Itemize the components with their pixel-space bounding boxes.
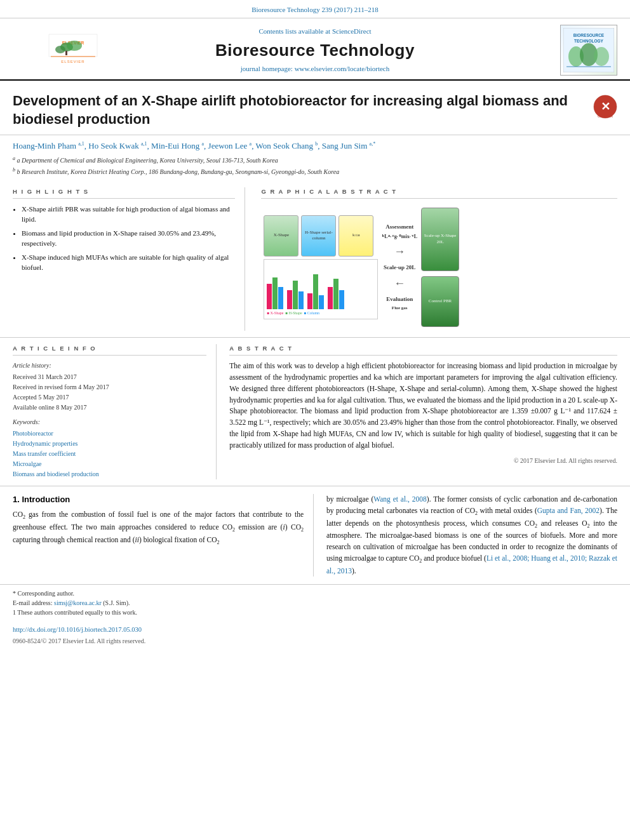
equal-contribution-note: 1 These authors contributed equally to t… — [13, 608, 617, 617]
highlight-item-3: X-Shape induced high MUFAs which are sui… — [22, 252, 235, 273]
highlights-graphical-section: H I G H L I G H T S X-Shape airlift PBR … — [0, 181, 630, 338]
highlights-label: H I G H L I G H T S — [13, 187, 235, 199]
received-date: Received 31 March 2017 — [13, 373, 77, 380]
keywords-label: Keywords: — [13, 418, 206, 427]
affiliation-b: b b Research Institute, Korea District H… — [13, 166, 617, 177]
journal-title: Bioresource Technology — [133, 39, 496, 62]
article-history: Article history: Received 31 March 2017 … — [13, 361, 206, 413]
introduction-left-text: CO2 gas from the combustion of fossil fu… — [13, 509, 304, 547]
article-info-abstract-section: A R T I C L E I N F O Article history: R… — [0, 338, 630, 486]
highlight-item-1: X-Shape airlift PBR was suitable for hig… — [22, 204, 235, 225]
revised-date: Received in revised form 4 May 2017 — [13, 383, 109, 390]
svg-point-13 — [594, 47, 609, 66]
journal-logo-box: BIORESOURCE TECHNOLOGY — [560, 25, 617, 76]
svg-text:CrossMark: CrossMark — [598, 114, 613, 118]
graphical-abstract-column: G R A P H I C A L A B S T R A C T X-Shap… — [258, 187, 617, 331]
svg-text:ELSEVIER: ELSEVIER — [62, 60, 85, 63]
keyword-2: Hydrodynamic properties — [13, 439, 206, 449]
article-title-section: Development of an X-Shape airlift photob… — [0, 81, 630, 135]
homepage-url[interactable]: www.elsevier.com/locate/biortech — [295, 65, 390, 72]
abstract-label: A B S T R A C T — [229, 344, 617, 356]
main-body: 1. Introduction CO2 gas from the combust… — [0, 486, 630, 584]
highlights-list: X-Shape airlift PBR was suitable for hig… — [13, 204, 235, 273]
abstract-text: The aim of this work was to develop a hi… — [229, 361, 617, 451]
introduction-heading: 1. Introduction — [13, 494, 304, 505]
available-date: Available online 8 May 2017 — [13, 404, 86, 411]
keyword-5: Biomass and biodiesel production — [13, 469, 206, 479]
svg-text:TECHNOLOGY: TECHNOLOGY — [574, 39, 604, 43]
corresponding-author-note: * Corresponding author. — [13, 589, 617, 598]
ref-wang-2008[interactable]: Wang et al., 2008 — [373, 495, 427, 503]
highlight-item-2: Biomass and lipid production in X-Shape … — [22, 228, 235, 249]
svg-text:✕: ✕ — [601, 100, 610, 113]
email-link[interactable]: simsj@korea.ac.kr — [54, 599, 102, 606]
svg-rect-14 — [566, 66, 611, 67]
article-info-column: A R T I C L E I N F O Article history: R… — [13, 344, 217, 479]
elsevier-logo-icon: ELSEVIER ELSEVIER — [48, 33, 98, 68]
email-note: E-mail address: simsj@korea.ac.kr (S.J. … — [13, 598, 617, 608]
footnotes-section: * Corresponding author. E-mail address: … — [0, 584, 630, 621]
bioresource-logo-icon: BIORESOURCE TECHNOLOGY — [563, 28, 614, 72]
ref-li-2008[interactable]: Li et al., 2008; Huang et al., 2010; Raz… — [326, 554, 617, 575]
homepage-label: journal homepage: — [241, 65, 293, 72]
doi-link[interactable]: http://dx.doi.org/10.1016/j.biortech.201… — [13, 626, 142, 633]
svg-rect-5 — [65, 51, 67, 55]
journal-header: ELSEVIER ELSEVIER Contents lists availab… — [0, 18, 630, 81]
elsevier-logo-section: ELSEVIER ELSEVIER — [13, 33, 133, 68]
copyright-line: © 2017 Elsevier Ltd. All rights reserved… — [229, 457, 617, 465]
introduction-right-text: by microalgae (Wang et al., 2008). The f… — [326, 494, 617, 577]
highlights-column: H I G H L I G H T S X-Shape airlift PBR … — [13, 187, 245, 331]
authors-section: Hoang-Minh Pham a,1, Ho Seok Kwak a,1, M… — [0, 135, 630, 180]
contents-label: Contents lists available at — [258, 27, 330, 35]
author-hoang: Hoang-Minh Pham — [13, 142, 78, 151]
keyword-3: Mass transfer coefficient — [13, 449, 206, 459]
svg-point-4 — [67, 41, 82, 51]
ref-gupta-fan[interactable]: Gupta and Fan, 2002 — [537, 507, 600, 514]
keyword-4: Microalgae — [13, 459, 206, 469]
affiliation-a: a a Department of Chemical and Biologica… — [13, 155, 617, 165]
svg-text:BIORESOURCE: BIORESOURCE — [573, 33, 605, 37]
graphical-abstract-label: G R A P H I C A L A B S T R A C T — [261, 187, 617, 199]
contents-available-line: Contents lists available at ScienceDirec… — [133, 27, 496, 36]
email-name: (S.J. Sim). — [103, 599, 130, 606]
abstract-content: The aim of this work was to develop a hi… — [229, 362, 617, 449]
article-info-label: A R T I C L E I N F O — [13, 344, 206, 356]
sciencedirect-link[interactable]: ScienceDirect — [332, 27, 372, 35]
accepted-date: Accepted 5 May 2017 — [13, 394, 69, 401]
journal-title-section: Contents lists available at ScienceDirec… — [133, 27, 496, 74]
article-title: Development of an X-Shape airlift photob… — [13, 92, 586, 128]
doi-section: http://dx.doi.org/10.1016/j.biortech.201… — [0, 621, 630, 650]
keyword-1: Photobioreactor — [13, 429, 206, 439]
journal-ref-link[interactable]: Bioresource Technology 239 (2017) 211–21… — [251, 6, 379, 13]
keywords-section: Keywords: Photobioreactor Hydrodynamic p… — [13, 418, 206, 479]
authors-line: Hoang-Minh Pham a,1, Ho Seok Kwak a,1, M… — [13, 140, 617, 152]
body-right-column: by microalgae (Wang et al., 2008). The f… — [326, 494, 617, 577]
body-left-column: 1. Introduction CO2 gas from the combust… — [13, 494, 314, 577]
crossmark-icon[interactable]: ✕ CrossMark — [593, 95, 617, 119]
issn-line: 0960-8524/© 2017 Elsevier Ltd. All right… — [13, 637, 617, 646]
journal-homepage: journal homepage: www.elsevier.com/locat… — [133, 64, 496, 74]
history-label: Article history: — [13, 361, 206, 371]
journal-logo-section: BIORESOURCE TECHNOLOGY — [497, 25, 617, 76]
journal-reference-bar: Bioresource Technology 239 (2017) 211–21… — [0, 0, 630, 18]
abstract-column: A B S T R A C T The aim of this work was… — [229, 344, 617, 479]
